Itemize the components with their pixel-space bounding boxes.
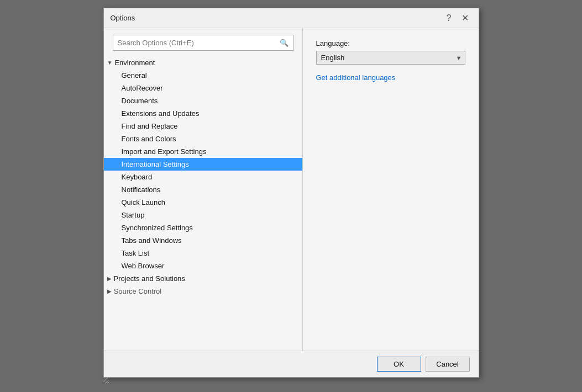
tree-label-web-browser: Web Browser	[122, 262, 165, 270]
collapse-icon-source: ▶	[107, 288, 112, 294]
tree-item-international[interactable]: International Settings	[104, 158, 302, 171]
tree-label-autorecover: AutoRecover	[122, 84, 163, 92]
tree-item-synchronized[interactable]: Synchronized Settings	[104, 221, 302, 234]
cancel-button[interactable]: Cancel	[426, 357, 470, 372]
help-button[interactable]: ?	[443, 13, 455, 24]
tree-label-international: International Settings	[122, 160, 189, 168]
tree-label-extensions: Extensions and Updates	[122, 109, 200, 118]
tree-label-projects: Projects and Solutions	[114, 274, 185, 283]
search-input[interactable]	[118, 39, 280, 47]
tree-item-extensions[interactable]: Extensions and Updates	[104, 107, 302, 120]
tree-item-import-export[interactable]: Import and Export Settings	[104, 145, 302, 158]
tree-label-synchronized: Synchronized Settings	[122, 224, 193, 232]
tree-label-quick-launch: Quick Launch	[122, 198, 166, 206]
tree-item-notifications[interactable]: Notifications	[104, 183, 302, 196]
tree-item-quick-launch[interactable]: Quick Launch	[104, 196, 302, 209]
tree-label-documents: Documents	[122, 97, 158, 105]
tree-label-fonts-colors: Fonts and Colors	[122, 135, 176, 143]
resize-grip[interactable]	[101, 375, 108, 382]
collapse-icon-projects: ▶	[107, 276, 112, 282]
tree-label-task-list: Task List	[122, 249, 150, 257]
tree-label-environment: Environment	[114, 59, 155, 67]
dialog-footer: OK Cancel	[104, 351, 479, 377]
tree-label-find-replace: Find and Replace	[122, 122, 178, 130]
tree-item-web-browser[interactable]: Web Browser	[104, 259, 302, 272]
tree-item-task-list[interactable]: Task List	[104, 247, 302, 259]
close-button[interactable]: ✕	[458, 13, 472, 24]
language-label: Language:	[316, 39, 465, 47]
tree-item-tabs-windows[interactable]: Tabs and Windows	[104, 234, 302, 247]
title-bar: Options ? ✕	[104, 8, 479, 28]
tree-item-find-replace[interactable]: Find and Replace	[104, 120, 302, 133]
get-languages-link[interactable]: Get additional languages	[316, 73, 396, 82]
tree-label-tabs-windows: Tabs and Windows	[122, 236, 182, 245]
tree-label-source-control: Source Control	[114, 287, 162, 295]
right-panel: Language: English ▼ Get additional langu…	[303, 28, 479, 351]
language-dropdown-wrapper: English ▼	[316, 51, 465, 65]
tree-item-source-control[interactable]: ▶ Source Control	[104, 285, 302, 298]
dialog-body: 🔍 ▼ Environment General AutoRecover	[104, 28, 479, 351]
tree: ▼ Environment General AutoRecover Docume…	[104, 56, 302, 351]
tree-item-environment[interactable]: ▼ Environment	[104, 56, 302, 69]
tree-label-import-export: Import and Export Settings	[122, 147, 207, 156]
search-box[interactable]: 🔍	[113, 35, 293, 51]
search-icon: 🔍	[280, 39, 289, 47]
language-dropdown[interactable]: English	[316, 51, 465, 65]
tree-item-general[interactable]: General	[104, 69, 302, 82]
collapse-icon-environment: ▼	[107, 60, 113, 66]
tree-item-keyboard[interactable]: Keyboard	[104, 171, 302, 183]
tree-label-keyboard: Keyboard	[122, 173, 153, 181]
dialog-title: Options	[111, 14, 135, 22]
tree-label-startup: Startup	[122, 211, 145, 219]
tree-item-fonts-colors[interactable]: Fonts and Colors	[104, 133, 302, 145]
tree-item-documents[interactable]: Documents	[104, 94, 302, 107]
tree-item-autorecover[interactable]: AutoRecover	[104, 82, 302, 94]
left-panel: 🔍 ▼ Environment General AutoRecover	[104, 28, 303, 351]
tree-item-projects[interactable]: ▶ Projects and Solutions	[104, 272, 302, 285]
ok-button[interactable]: OK	[377, 357, 421, 372]
tree-label-general: General	[122, 71, 147, 80]
title-bar-buttons: ? ✕	[443, 13, 472, 24]
tree-label-notifications: Notifications	[122, 186, 161, 194]
tree-item-startup[interactable]: Startup	[104, 209, 302, 221]
